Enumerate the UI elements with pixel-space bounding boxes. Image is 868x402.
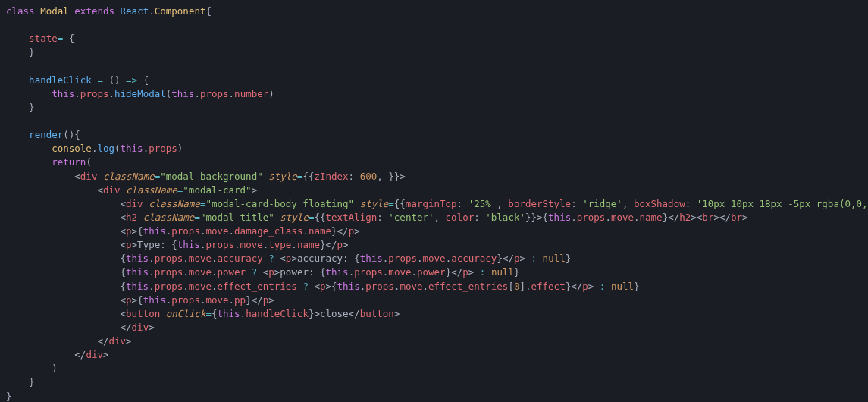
code-line: <p>{this.props.move.pp}</p>: [6, 294, 274, 306]
code-line: ): [6, 363, 58, 374]
code-line: return(: [6, 156, 92, 168]
code-line: <div className="modal-card">: [6, 184, 257, 196]
code-line: </div>: [6, 349, 108, 360]
code-line: console.log(this.props): [6, 143, 183, 154]
code-line: {this.props.move.effect_entries ? <p>{th…: [6, 281, 640, 292]
code-line: }: [6, 46, 35, 58]
code-line: <p>{this.props.move.damage_class.name}</…: [6, 225, 360, 237]
code-line: {this.props.move.accuracy ? <p>accuracy:…: [6, 253, 571, 264]
code-line: </div>: [6, 335, 132, 347]
code-line: this.props.hideModal(this.props.number): [6, 88, 274, 99]
code-line: <button onClick={this.handleClick}>close…: [6, 308, 400, 319]
code-line: }: [6, 376, 35, 388]
code-line: state= {: [6, 33, 74, 44]
code-editor[interactable]: class Modal extends React.Component{ sta…: [0, 0, 868, 402]
code-line: class Modal extends React.Component{: [6, 5, 212, 17]
code-line: <div className="modal-card-body floating…: [6, 198, 868, 209]
code-line: handleClick = () => {: [6, 74, 149, 86]
code-line: }: [6, 391, 12, 402]
code-line: render(){: [6, 129, 80, 140]
code-line: <h2 className="modal-title" style={{text…: [6, 212, 748, 223]
code-line: <div className="modal-background" style=…: [6, 171, 406, 182]
code-line: </div>: [6, 322, 155, 333]
code-line: {this.props.move.power ? <p>power: {this…: [6, 266, 520, 278]
code-line: <p>Type: {this.props.move.type.name}</p>: [6, 239, 349, 250]
code-line: }: [6, 102, 35, 113]
